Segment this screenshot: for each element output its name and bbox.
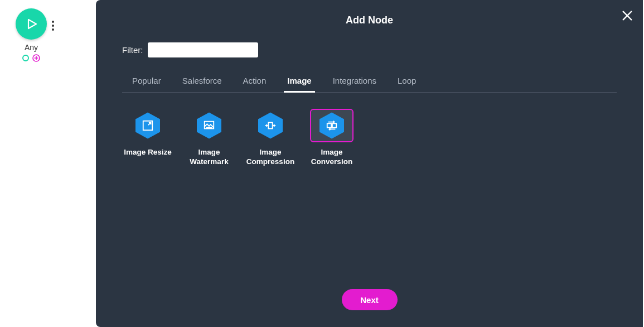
tab-bar: Popular Salesforce Action Image Integrat… [122, 71, 617, 93]
node-menu-button[interactable] [48, 18, 58, 33]
option-image-conversion[interactable]: Image Conversion [306, 109, 357, 167]
option-label: Image Conversion [306, 148, 357, 167]
option-image-resize[interactable]: Image Resize [122, 109, 173, 167]
option-label: Image Watermark [183, 148, 235, 167]
canvas-area: Any [0, 0, 95, 327]
svg-rect-13 [332, 123, 336, 127]
option-label: Image Compression [245, 148, 296, 167]
tab-loop[interactable]: Loop [398, 71, 416, 92]
option-label: Image Resize [124, 148, 172, 157]
option-image-compression[interactable]: Image Compression [245, 109, 296, 167]
option-grid: Image Resize Image Watermark Image Compr… [122, 109, 357, 167]
tab-salesforce[interactable]: Salesforce [182, 71, 222, 92]
tab-integrations[interactable]: Integrations [333, 71, 376, 92]
resize-icon [134, 112, 162, 140]
start-node-label: Any [25, 43, 38, 52]
watermark-icon [195, 112, 223, 140]
svg-point-1 [52, 21, 54, 23]
tab-image[interactable]: Image [287, 71, 311, 92]
filter-label: Filter: [122, 45, 143, 55]
node-ports [22, 54, 40, 62]
play-icon [16, 8, 47, 40]
add-node-modal: Add Node Filter: Popular Salesforce Acti… [96, 0, 643, 327]
conversion-icon [318, 112, 346, 140]
option-image-watermark[interactable]: Image Watermark [183, 109, 235, 167]
close-button[interactable] [619, 8, 635, 23]
svg-rect-8 [206, 127, 212, 129]
next-button[interactable]: Next [342, 289, 398, 310]
svg-rect-10 [268, 123, 272, 129]
filter-row: Filter: [122, 42, 258, 57]
start-node[interactable]: Any [9, 8, 54, 62]
add-port-icon[interactable] [32, 54, 40, 62]
modal-title: Add Node [96, 0, 643, 26]
output-port-icon[interactable] [22, 55, 29, 61]
filter-input[interactable] [148, 42, 258, 57]
svg-point-3 [52, 28, 54, 31]
tab-popular[interactable]: Popular [132, 71, 161, 92]
tab-action[interactable]: Action [243, 71, 267, 92]
svg-point-2 [52, 25, 54, 27]
svg-rect-12 [327, 123, 331, 127]
compression-icon [256, 112, 284, 140]
